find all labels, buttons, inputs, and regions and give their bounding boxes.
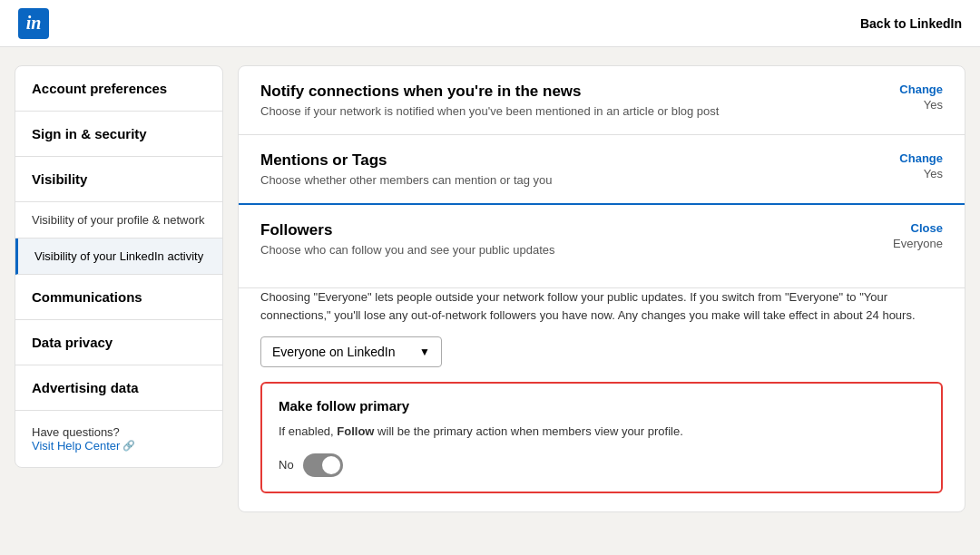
mentions-tags-title: Mentions or Tags — [260, 151, 553, 170]
have-questions-section: Have questions? Visit Help Center 🔗 — [15, 411, 222, 467]
linkedin-logo: in — [18, 8, 49, 39]
mentions-tags-change-btn[interactable]: Change — [899, 151, 943, 165]
sidebar: Account preferences Sign in & security V… — [15, 65, 223, 468]
notify-connections-action: Change Yes — [899, 83, 943, 112]
notify-connections-value: Yes — [899, 98, 943, 112]
sidebar-item-sign-in-security[interactable]: Sign in & security — [15, 112, 222, 157]
make-follow-title: Make follow primary — [279, 398, 925, 414]
followers-text-area: Followers Choose who can follow you and … — [260, 221, 555, 269]
make-follow-toggle[interactable] — [303, 453, 343, 477]
mentions-tags-action: Change Yes — [899, 151, 943, 180]
followers-value: Everyone — [893, 237, 943, 250]
have-questions-text: Have questions? — [32, 425, 120, 439]
sidebar-item-visibility-profile-network[interactable]: Visibility of your profile & network — [15, 202, 222, 239]
visit-help-center-link[interactable]: Visit Help Center 🔗 — [32, 439, 206, 453]
external-link-icon: 🔗 — [122, 440, 135, 452]
followers-expanded-header: Followers Choose who can follow you and … — [239, 205, 965, 288]
followers-close-btn[interactable]: Close — [893, 221, 943, 235]
followers-dropdown-value: Everyone on LinkedIn — [272, 345, 395, 359]
sidebar-item-advertising-data[interactable]: Advertising data — [15, 365, 222, 411]
notify-connections-desc: Choose if your network is notified when … — [260, 104, 719, 118]
page-layout: Account preferences Sign in & security V… — [0, 47, 980, 531]
chevron-down-icon: ▼ — [419, 346, 430, 358]
sidebar-item-data-privacy[interactable]: Data privacy — [15, 320, 222, 365]
make-follow-desc-bold: Follow — [337, 424, 374, 438]
sidebar-item-visibility-linkedin-activity[interactable]: Visibility of your LinkedIn activity — [15, 239, 222, 275]
mentions-tags-text-area: Mentions or Tags Choose whether other me… — [260, 151, 553, 187]
main-content: Notify connections when you're in the ne… — [238, 65, 965, 512]
mentions-tags-header: Mentions or Tags Choose whether other me… — [260, 151, 943, 187]
followers-action: Close Everyone — [893, 221, 943, 250]
sidebar-item-visibility[interactable]: Visibility — [15, 157, 222, 202]
sidebar-item-communications[interactable]: Communications — [15, 275, 222, 320]
mentions-tags-desc: Choose whether other members can mention… — [260, 173, 553, 187]
notify-connections-text-area: Notify connections when you're in the ne… — [260, 83, 719, 118]
followers-desc: Choose who can follow you and see your p… — [260, 243, 555, 257]
followers-section: Followers Choose who can follow you and … — [239, 205, 965, 493]
make-follow-toggle-row: No — [279, 453, 925, 477]
back-to-linkedin-link[interactable]: Back to LinkedIn — [860, 16, 962, 31]
followers-dropdown-container: Everyone on LinkedIn ▼ — [239, 336, 965, 382]
top-navbar: in Back to LinkedIn — [0, 0, 980, 47]
followers-dropdown[interactable]: Everyone on LinkedIn ▼ — [260, 336, 442, 367]
followers-title: Followers — [260, 221, 555, 239]
make-follow-desc-after: will be the primary action when members … — [375, 424, 683, 438]
followers-info-text: Choosing "Everyone" lets people outside … — [239, 288, 965, 324]
sidebar-item-account-preferences[interactable]: Account preferences — [15, 66, 222, 112]
toggle-label: No — [279, 458, 294, 472]
notify-connections-section: Notify connections when you're in the ne… — [239, 66, 965, 135]
make-follow-desc: If enabled, Follow will be the primary a… — [279, 423, 925, 441]
notify-connections-title: Notify connections when you're in the ne… — [260, 83, 719, 101]
make-follow-desc-before: If enabled, — [279, 424, 337, 438]
mentions-tags-section: Mentions or Tags Choose whether other me… — [239, 135, 965, 205]
notify-connections-header: Notify connections when you're in the ne… — [260, 83, 943, 118]
followers-header-row: Followers Choose who can follow you and … — [260, 221, 943, 269]
mentions-tags-value: Yes — [899, 167, 943, 180]
make-follow-primary-box: Make follow primary If enabled, Follow w… — [260, 382, 943, 493]
notify-connections-change-btn[interactable]: Change — [899, 83, 943, 96]
